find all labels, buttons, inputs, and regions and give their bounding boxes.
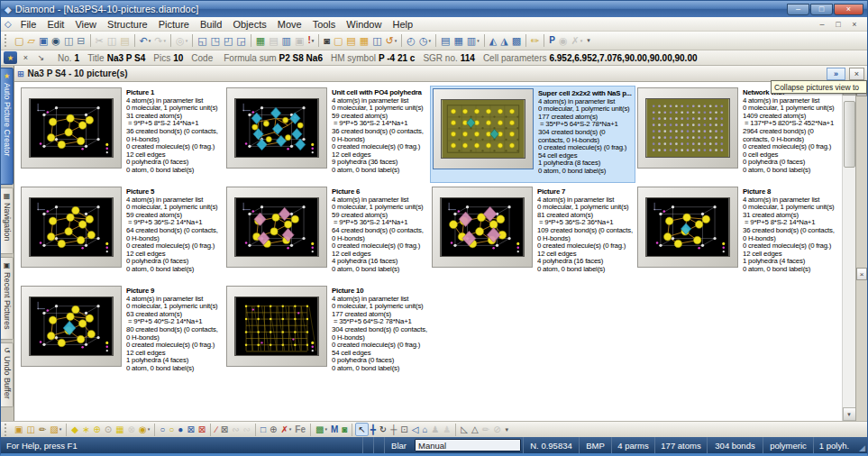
menu-build[interactable]: Build — [195, 19, 227, 30]
pane-properties-icon[interactable]: ▣ — [293, 33, 306, 49]
picture-thumbnail[interactable] — [21, 87, 122, 169]
picture-thumbnail[interactable] — [21, 187, 122, 268]
sidebar-tab-undo-buffer[interactable]: ↺Undo Buffer — [1, 342, 14, 407]
menu-file[interactable]: File — [15, 19, 42, 30]
toolbar-overflow-icon[interactable]: ▾ — [587, 37, 590, 44]
picture-card[interactable]: Picture 54 atom(s) in parameter list0 mo… — [19, 185, 224, 282]
print-preview-icon[interactable]: ◫ — [62, 33, 75, 49]
window-powder-icon[interactable]: ◰ — [222, 33, 234, 49]
menu-tools[interactable]: Tools — [307, 19, 342, 30]
resize-grip[interactable]: ◢ — [854, 437, 867, 453]
menu-picture[interactable]: Picture — [153, 19, 195, 30]
peak-search-icon[interactable]: ◉ — [557, 33, 570, 49]
measure-torsion-icon[interactable]: ✏ — [480, 423, 491, 436]
picture-thumbnail[interactable] — [226, 87, 327, 169]
scrollbar-thumb[interactable] — [844, 101, 855, 168]
measure-distance-icon[interactable]: ◺ — [459, 423, 470, 436]
find-icon[interactable]: ◉ — [50, 33, 62, 49]
create-bond-icon[interactable]: ∕ — [214, 423, 219, 436]
destroy-atoms-icon[interactable]: ⊠ — [196, 423, 207, 436]
print-icon[interactable]: ⊟ — [75, 33, 87, 49]
picture-thumbnail[interactable] — [637, 187, 738, 268]
shift-mode-icon[interactable]: ┼ — [388, 423, 398, 436]
copy-icon[interactable]: ◫ — [105, 33, 118, 49]
close-subpanel-icon[interactable]: × — [856, 268, 867, 280]
lattice-plane-icon[interactable]: ⊕ — [268, 423, 279, 436]
picture-wizard-icon[interactable]: ✏ — [529, 33, 541, 49]
previous-view-icon[interactable]: ◁ — [410, 423, 421, 436]
picture-card[interactable]: Network with4 atom(s) in parameter list0… — [635, 86, 841, 183]
destroy-selection-icon[interactable]: ⊠ — [219, 423, 230, 436]
maximize-button[interactable]: □ — [810, 4, 833, 15]
polyhedra-icon[interactable]: ▩▾ — [314, 423, 329, 436]
sidebar-tab-auto-picture-creator[interactable]: ★Auto Picture Creator — [1, 68, 14, 185]
picture-card[interactable]: Picture 74 atom(s) in parameter list0 mo… — [430, 185, 635, 282]
picture-card[interactable]: Picture 104 atom(s) in parameter list0 m… — [224, 284, 430, 381]
packing-range-icon[interactable]: ⊗ — [126, 423, 137, 436]
atom-design-icon[interactable]: ◉▾ — [137, 423, 151, 436]
new-structure-picture-icon[interactable]: ◙ — [322, 33, 332, 49]
toolbar-grip[interactable] — [5, 424, 9, 436]
minimize-button[interactable]: – — [787, 4, 809, 15]
picture-edit-icon[interactable]: ✏ — [37, 423, 48, 436]
mdi-minimize-button[interactable]: – — [816, 20, 828, 29]
window-structure-picture-icon[interactable]: ◱ — [196, 33, 208, 49]
connectivity-icon[interactable]: ● — [176, 423, 185, 436]
save-document-icon[interactable]: ▣ — [37, 33, 50, 49]
menu-help[interactable]: Help — [387, 19, 418, 30]
picture-card[interactable]: Picture 84 atom(s) in parameter list0 mo… — [635, 185, 841, 282]
scroll-down-icon[interactable]: ▼ — [843, 407, 856, 421]
picture-contents-icon[interactable]: ▣ — [13, 423, 24, 436]
element-labels-icon[interactable]: Fe — [293, 423, 307, 436]
redo-icon[interactable]: ↷▾ — [152, 33, 168, 49]
data-sheet-icon[interactable]: ▤ — [439, 33, 452, 49]
picture-card[interactable]: Picture 14 atom(s) in parameter list0 mo… — [19, 86, 224, 183]
build-molecule-icon[interactable]: ◆ — [69, 423, 80, 436]
history-back-icon[interactable]: ◴ — [405, 33, 417, 49]
collapse-pictures-button[interactable]: » — [827, 68, 845, 80]
delete-structure-button[interactable]: × — [19, 51, 32, 64]
select-mode-icon[interactable]: ↖ — [355, 423, 368, 436]
pane-navigation-icon[interactable]: ▥ — [280, 33, 293, 49]
apply-structure-button[interactable]: ↘ — [34, 51, 48, 64]
mdi-restore-button[interactable]: □ — [832, 20, 845, 29]
menu-structure[interactable]: Structure — [102, 19, 153, 30]
destroy-bonds-icon[interactable]: ⊠ — [185, 423, 196, 436]
destroy-objects-icon[interactable]: ✗▾ — [279, 423, 293, 436]
window-reciprocal-icon[interactable]: ◲ — [234, 33, 247, 49]
undo-icon[interactable]: ↶▾ — [138, 33, 153, 49]
sidebar-tab-recent-pictures[interactable]: ▣Recent Pictures — [1, 257, 14, 340]
copy-picture-icon[interactable]: ▤ — [344, 33, 357, 49]
pane-creator-icon[interactable]: ▤ — [267, 33, 279, 49]
toolbar-overflow-icon[interactable]: ▾ — [506, 426, 509, 433]
cut-icon[interactable]: ✂ — [94, 33, 105, 49]
picture-window-icon[interactable]: ◫ — [370, 33, 383, 49]
new-picture-icon[interactable]: ▢ — [332, 33, 344, 49]
add-atom-icon[interactable]: ⊕ — [91, 423, 102, 436]
data-table-icon[interactable]: ▦ — [452, 33, 464, 49]
vertical-scrollbar[interactable]: ▲ ▼ — [842, 82, 855, 421]
zoom-mode-icon[interactable]: ⊡ — [398, 423, 409, 436]
fly-mode-icon[interactable]: ♟ — [441, 423, 452, 436]
powder-diagram-icon[interactable]: ◮ — [498, 33, 509, 49]
mdi-close-button[interactable]: × — [848, 20, 861, 29]
paste-icon[interactable]: ▤ — [118, 33, 131, 49]
cell-edges-icon[interactable]: □ — [259, 423, 268, 436]
add-all-atoms-icon[interactable]: ∗ — [80, 423, 91, 436]
diffraction-diagram-icon[interactable]: ◭ — [488, 33, 498, 49]
measure-mode-icon[interactable]: M — [329, 423, 340, 436]
fill-unit-cell-icon[interactable]: ▦ — [114, 423, 125, 436]
powder-pattern-icon[interactable]: P — [547, 33, 557, 49]
broken-off-atoms-icon[interactable]: ○ — [167, 423, 176, 436]
toolbar-grip[interactable] — [5, 34, 9, 47]
history-forward-icon[interactable]: ◷▾ — [417, 33, 433, 49]
reciprocal-lattice-icon[interactable]: ▩ — [510, 33, 523, 49]
coordination-spheres-icon[interactable]: ○ — [158, 423, 167, 436]
picture-thumbnail[interactable] — [226, 286, 327, 367]
new-document-icon[interactable]: ▢ — [13, 33, 25, 49]
menu-move[interactable]: Move — [272, 19, 307, 30]
close-pictures-button[interactable]: × — [849, 68, 864, 80]
picture-settings-icon[interactable]: ◫ — [24, 423, 36, 436]
render-photo-icon[interactable]: ◙ — [340, 423, 349, 436]
menu-objects[interactable]: Objects — [227, 19, 271, 30]
